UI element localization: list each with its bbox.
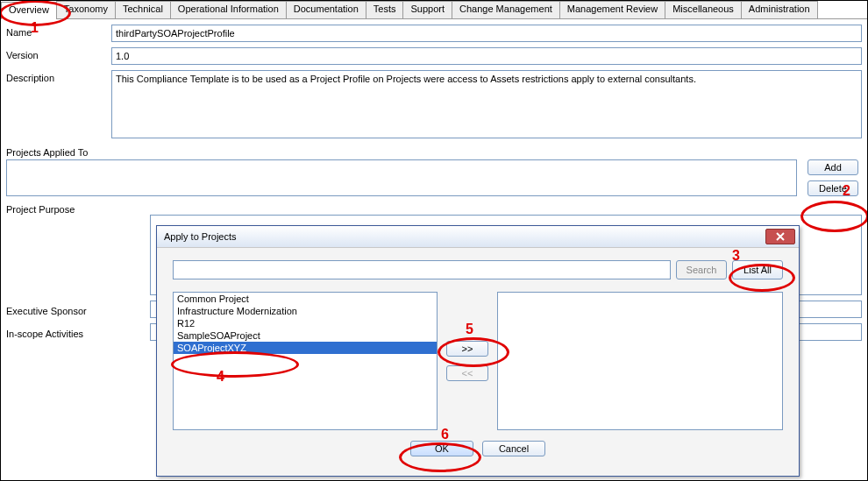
list-item[interactable]: Common Project bbox=[174, 293, 437, 305]
version-input[interactable] bbox=[111, 47, 862, 65]
move-right-button[interactable]: >> bbox=[446, 341, 488, 357]
projects-applied-label: Projects Applied To bbox=[1, 144, 867, 159]
tab-taxonomy[interactable]: Taxonomy bbox=[56, 1, 116, 18]
name-label: Name bbox=[6, 25, 111, 38]
tab-overview[interactable]: Overview bbox=[1, 2, 57, 19]
name-input[interactable] bbox=[111, 25, 862, 42]
search-button[interactable]: Search bbox=[676, 260, 727, 279]
overview-form: Name Version Description This Compliance… bbox=[1, 19, 867, 138]
tab-management-review[interactable]: Management Review bbox=[559, 1, 665, 18]
delete-button[interactable]: Delete bbox=[808, 180, 858, 196]
close-icon bbox=[776, 232, 785, 241]
tab-documentation[interactable]: Documentation bbox=[286, 1, 366, 18]
dialog-title: Apply to Projects bbox=[164, 231, 765, 242]
ok-button[interactable]: OK bbox=[410, 441, 473, 456]
add-button[interactable]: Add bbox=[808, 159, 858, 175]
cancel-button[interactable]: Cancel bbox=[482, 441, 545, 456]
available-projects-list[interactable]: Common ProjectInfrastructure Modernizati… bbox=[173, 292, 438, 430]
description-textarea[interactable]: This Compliance Template is to be used a… bbox=[111, 70, 862, 138]
move-left-button[interactable]: << bbox=[446, 365, 488, 381]
list-item[interactable]: Infrastructure Modernization bbox=[174, 305, 437, 317]
list-item[interactable]: SOAProjectXYZ bbox=[174, 342, 437, 354]
apply-to-projects-dialog: Apply to Projects Search List All Common… bbox=[156, 225, 800, 477]
version-label: Version bbox=[6, 47, 111, 60]
project-purpose-label: Project Purpose bbox=[1, 202, 111, 215]
tab-administration[interactable]: Administration bbox=[741, 1, 818, 18]
description-label: Description bbox=[6, 70, 111, 83]
close-button[interactable] bbox=[765, 229, 795, 244]
list-item[interactable]: SampleSOAProject bbox=[174, 329, 437, 342]
in-scope-activities-label: In-scope Activities bbox=[1, 326, 150, 339]
selected-projects-list[interactable] bbox=[497, 292, 783, 430]
main-window: OverviewTaxonomyTechnicalOperational Inf… bbox=[0, 0, 868, 481]
tab-change-management[interactable]: Change Management bbox=[452, 1, 560, 18]
list-item[interactable]: R12 bbox=[174, 317, 437, 329]
projects-applied-list[interactable] bbox=[7, 160, 796, 195]
dialog-search-input[interactable] bbox=[173, 260, 671, 279]
tab-miscellaneous[interactable]: Miscellaneous bbox=[665, 1, 742, 18]
tab-tests[interactable]: Tests bbox=[366, 1, 404, 18]
tab-technical[interactable]: Technical bbox=[115, 1, 171, 18]
list-all-button[interactable]: List All bbox=[732, 260, 783, 279]
dialog-titlebar: Apply to Projects bbox=[157, 226, 799, 248]
tab-operational-information[interactable]: Operational Information bbox=[170, 1, 287, 18]
tab-support[interactable]: Support bbox=[402, 1, 452, 18]
executive-sponsor-label: Executive Sponsor bbox=[1, 303, 150, 316]
tabbar: OverviewTaxonomyTechnicalOperational Inf… bbox=[1, 1, 867, 19]
